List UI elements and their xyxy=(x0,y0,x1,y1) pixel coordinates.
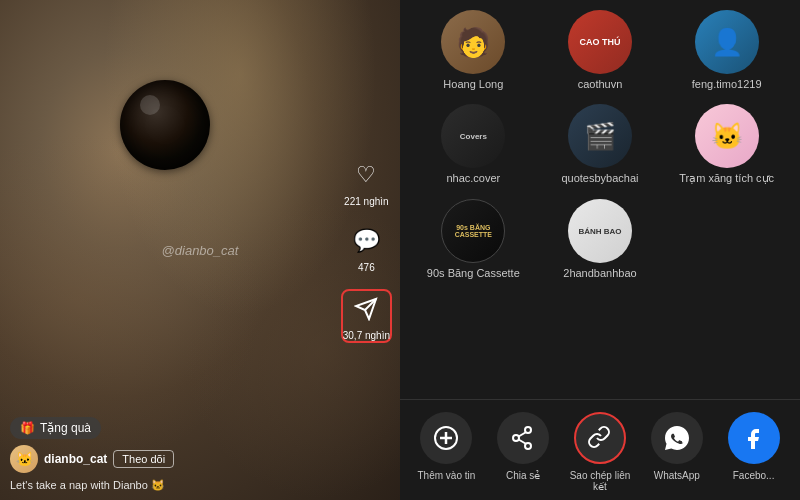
gift-label: Tặng quà xyxy=(40,421,91,435)
svg-point-6 xyxy=(513,435,519,441)
account-name: 90s Băng Cassette xyxy=(427,267,520,279)
share-button[interactable]: 30,7 nghìn xyxy=(341,289,392,343)
gift-button[interactable]: 🎁 Tặng quà xyxy=(10,417,101,439)
account-tram[interactable]: 🐱 Trạm xăng tích cực xyxy=(677,104,777,185)
svg-line-8 xyxy=(519,432,526,436)
share-option-sao-chep[interactable]: Sao chép liên kết xyxy=(565,412,635,492)
account-2hand[interactable]: BÁNH BAO 2handbanhbao xyxy=(550,199,650,279)
account-feng[interactable]: 👤 feng.timo1219 xyxy=(677,10,777,90)
svg-line-9 xyxy=(519,439,526,443)
share-option-whatsapp[interactable]: WhatsApp xyxy=(642,412,712,481)
share-option-facebook[interactable]: Facebo... xyxy=(719,412,789,481)
caption: Let's take a nap with Dianbo 🐱 xyxy=(10,479,390,492)
share-option-them-vao-tin[interactable]: Thêm vào tin xyxy=(411,412,481,481)
avatar: 🐱 xyxy=(10,445,38,473)
account-caothuvn[interactable]: CAO THÚ caothuvn xyxy=(550,10,650,90)
share-panel: 🧑 Hoang Long CAO THÚ caothuvn 👤 feng.tim… xyxy=(400,0,800,500)
copy-link-icon xyxy=(574,412,626,464)
watermark: @dianbo_cat xyxy=(162,243,239,258)
account-avatar: 🎬 xyxy=(568,104,632,168)
share-option-label: Chia sẻ xyxy=(506,470,540,481)
svg-point-5 xyxy=(525,427,531,433)
share-icon xyxy=(497,412,549,464)
share-count: 30,7 nghìn xyxy=(343,330,390,341)
action-buttons: ♡ 221 nghìn 💬 476 30,7 nghìn xyxy=(341,157,392,343)
account-avatar: 👤 xyxy=(695,10,759,74)
accounts-row-1: 🧑 Hoang Long CAO THÚ caothuvn 👤 feng.tim… xyxy=(410,10,790,90)
account-avatar: Covers xyxy=(441,104,505,168)
app-container: @dianbo_cat ♡ 221 nghìn 💬 476 30,7 nghìn xyxy=(0,0,800,500)
whatsapp-icon xyxy=(651,412,703,464)
account-avatar: 90s BĂNG CASSETTE xyxy=(441,199,505,263)
add-to-story-icon xyxy=(420,412,472,464)
account-avatar: 🧑 xyxy=(441,10,505,74)
account-name: 2handbanhbao xyxy=(563,267,636,279)
share-option-label: Thêm vào tin xyxy=(417,470,475,481)
account-nhac-cover[interactable]: Covers nhac.cover xyxy=(423,104,523,185)
account-name: quotesbybachai xyxy=(561,172,638,184)
share-icon xyxy=(348,291,384,327)
facebook-icon xyxy=(728,412,780,464)
account-name: Trạm xăng tích cực xyxy=(679,172,774,185)
account-90s[interactable]: 90s BĂNG CASSETTE 90s Băng Cassette xyxy=(423,199,523,279)
account-name: nhac.cover xyxy=(446,172,500,184)
accounts-row-2: Covers nhac.cover 🎬 quotesbybachai 🐱 Trạ… xyxy=(410,104,790,185)
account-avatar: 🐱 xyxy=(695,104,759,168)
gift-icon: 🎁 xyxy=(20,421,35,435)
account-quotes[interactable]: 🎬 quotesbybachai xyxy=(550,104,650,185)
svg-point-7 xyxy=(525,443,531,449)
accounts-row-3: 90s BĂNG CASSETTE 90s Băng Cassette BÁNH… xyxy=(410,199,790,279)
share-option-chia-se[interactable]: Chia sẻ xyxy=(488,412,558,481)
user-row: 🐱 dianbo_cat Theo dõi xyxy=(10,445,390,473)
comment-count: 476 xyxy=(358,262,375,273)
account-name: caothuvn xyxy=(578,78,623,90)
account-avatar: CAO THÚ xyxy=(568,10,632,74)
like-count: 221 nghìn xyxy=(344,196,389,207)
account-hoang-long[interactable]: 🧑 Hoang Long xyxy=(423,10,523,90)
comment-icon: 💬 xyxy=(348,223,384,259)
share-sheet: Thêm vào tin Chia sẻ xyxy=(400,399,800,500)
account-avatar: BÁNH BAO xyxy=(568,199,632,263)
video-panel: @dianbo_cat ♡ 221 nghìn 💬 476 30,7 nghìn xyxy=(0,0,400,500)
comment-button[interactable]: 💬 476 xyxy=(348,223,384,273)
heart-icon: ♡ xyxy=(348,157,384,193)
account-empty xyxy=(677,199,777,279)
accounts-grid: 🧑 Hoang Long CAO THÚ caothuvn 👤 feng.tim… xyxy=(400,0,800,399)
like-button[interactable]: ♡ 221 nghìn xyxy=(344,157,389,207)
account-name: feng.timo1219 xyxy=(692,78,762,90)
follow-button[interactable]: Theo dõi xyxy=(113,450,174,468)
share-option-label: Facebo... xyxy=(733,470,775,481)
bottom-bar: 🎁 Tặng quà 🐱 dianbo_cat Theo dõi Let's t… xyxy=(0,409,400,500)
cat-eye xyxy=(120,80,210,170)
share-option-label: Sao chép liên kết xyxy=(567,470,632,492)
share-options: Thêm vào tin Chia sẻ xyxy=(400,412,800,492)
account-name: Hoang Long xyxy=(443,78,503,90)
share-option-label: WhatsApp xyxy=(654,470,700,481)
username: dianbo_cat xyxy=(44,452,107,466)
